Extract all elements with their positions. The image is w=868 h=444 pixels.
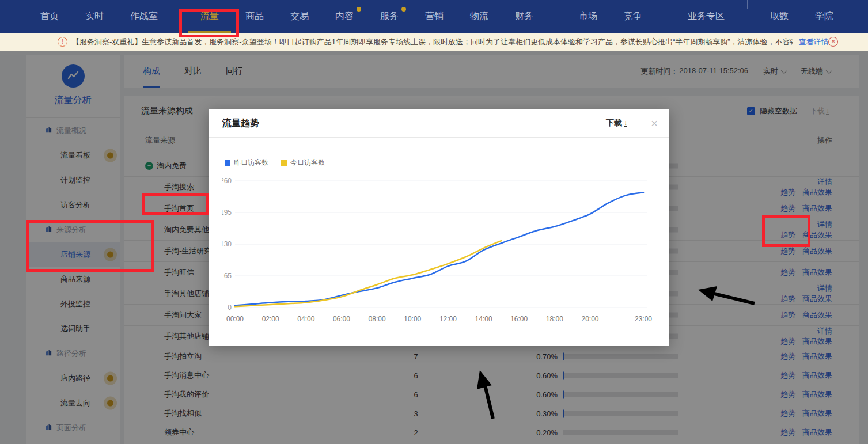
nav-item-市场[interactable]: 市场 <box>566 0 611 33</box>
nav-item-营销[interactable]: 营销 <box>412 0 457 33</box>
svg-text:65: 65 <box>224 272 232 280</box>
nav-item-label: 内容 <box>335 10 354 22</box>
modal-title: 流量趋势 <box>209 117 259 130</box>
close-icon[interactable]: × <box>639 117 669 130</box>
svg-text:10:00: 10:00 <box>404 315 421 323</box>
svg-text:195: 195 <box>222 208 232 217</box>
nav-divider <box>747 0 748 9</box>
nav-item-label: 营销 <box>425 10 444 22</box>
nav-item-label: 市场 <box>579 10 597 22</box>
nav-item-服务[interactable]: 服务 <box>367 0 412 33</box>
svg-text:02:00: 02:00 <box>262 315 279 323</box>
svg-text:16:00: 16:00 <box>510 315 528 323</box>
svg-text:260: 260 <box>222 177 232 185</box>
nav-divider <box>556 0 556 9</box>
nav-item-物流[interactable]: 物流 <box>457 0 502 33</box>
nav-item-首页[interactable]: 首页 <box>27 0 72 33</box>
nav-item-取数[interactable]: 取数 <box>757 0 802 33</box>
nav-item-label: 财务 <box>515 10 533 22</box>
nav-item-label: 取数 <box>770 10 789 22</box>
notification-dot <box>401 7 406 12</box>
nav-item-label: 流量 <box>200 10 219 22</box>
nav-item-label: 学院 <box>815 10 833 22</box>
banner-close-icon[interactable]: ✕ <box>828 37 838 47</box>
notification-dot <box>357 7 361 12</box>
banner-detail-link[interactable]: 查看详情 <box>798 37 828 47</box>
trend-modal: 流量趋势 下载 ↓ × 昨日访客数今日访客数 06513019526000:00… <box>209 109 669 346</box>
nav-item-实时[interactable]: 实时 <box>72 0 117 33</box>
trend-chart: 06513019526000:0002:0004:0006:0008:0010:… <box>222 165 655 337</box>
nav-item-流量[interactable]: 流量 <box>187 0 232 33</box>
nav-item-label: 物流 <box>470 10 488 22</box>
download-icon: ↓ <box>624 120 627 127</box>
nav-item-财务[interactable]: 财务 <box>502 0 547 33</box>
nav-item-label: 作战室 <box>130 10 158 22</box>
nav-item-业务专区[interactable]: 业务专区 <box>674 0 738 33</box>
warning-icon: ! <box>58 37 67 47</box>
nav-item-label: 交易 <box>290 10 309 22</box>
svg-text:12:00: 12:00 <box>439 315 457 323</box>
nav-item-label: 商品 <box>245 10 264 22</box>
svg-text:14:00: 14:00 <box>475 315 492 323</box>
nav-item-学院[interactable]: 学院 <box>802 0 847 33</box>
nav-item-竞争[interactable]: 竞争 <box>611 0 655 33</box>
modal-download-button[interactable]: 下载 ↓ <box>606 118 639 128</box>
nav-divider <box>665 0 665 9</box>
nav-item-label: 实时 <box>85 10 104 22</box>
svg-text:06:00: 06:00 <box>333 315 350 323</box>
nav-item-作战室[interactable]: 作战室 <box>117 0 171 33</box>
nav-item-label: 竞争 <box>624 10 642 22</box>
banner-text: 【服务洞察-双重礼】生意参谋新品首发，服务洞察-众望登场！即日起订购产品1年周期… <box>72 37 793 47</box>
nav-item-交易[interactable]: 交易 <box>277 0 322 33</box>
svg-text:04:00: 04:00 <box>297 315 314 323</box>
svg-text:00:00: 00:00 <box>226 315 244 323</box>
nav-item-内容[interactable]: 内容 <box>322 0 367 33</box>
svg-text:18:00: 18:00 <box>546 315 563 323</box>
svg-text:08:00: 08:00 <box>369 315 386 323</box>
svg-text:23:00: 23:00 <box>635 315 652 323</box>
svg-text:20:00: 20:00 <box>582 315 599 323</box>
nav-item-label: 服务 <box>380 10 399 22</box>
nav-item-商品[interactable]: 商品 <box>232 0 277 33</box>
modal-download-label: 下载 <box>606 118 622 128</box>
app: 首页实时作战室流量商品交易内容服务营销物流财务市场竞争业务专区取数学院 ! 【服… <box>0 0 868 444</box>
notice-banner: ! 【服务洞察-双重礼】生意参谋新品首发，服务洞察-众望登场！即日起订购产品1年… <box>0 33 868 51</box>
nav-item-label: 首页 <box>40 10 59 22</box>
svg-text:0: 0 <box>228 303 232 312</box>
top-nav: 首页实时作战室流量商品交易内容服务营销物流财务市场竞争业务专区取数学院 <box>0 0 868 33</box>
modal-header: 流量趋势 下载 ↓ × <box>209 109 669 138</box>
nav-item-label: 业务专区 <box>688 10 725 22</box>
svg-text:130: 130 <box>222 240 232 248</box>
